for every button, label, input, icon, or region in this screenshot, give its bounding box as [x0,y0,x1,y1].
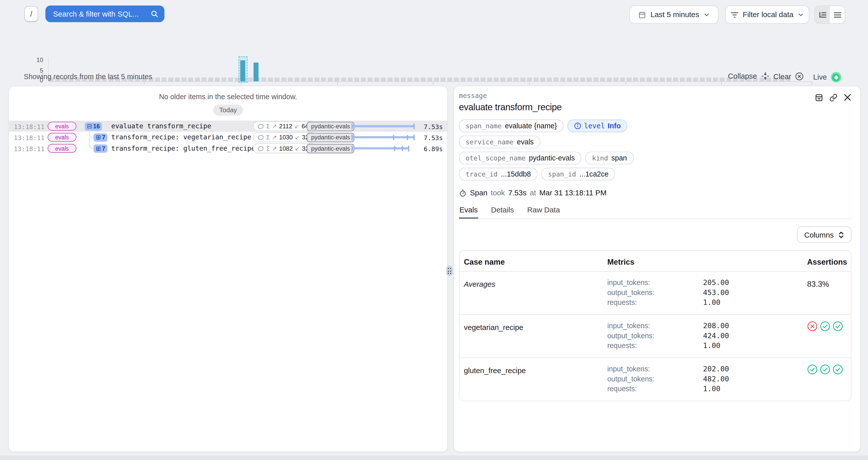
span-detail-title: evaluate transform_recipe [459,102,851,112]
evals-table-header: Case name Metrics Assertions [459,251,851,271]
coin-icon [257,123,264,129]
input-tokens: 1082 [279,145,293,152]
assertion-result-icons [807,321,843,351]
child-count: 16 [93,123,100,129]
empty-buckets-strip [49,77,790,81]
otel-scope-tag: pydantic-evals [307,144,354,153]
output-arrow-icon: ↙ [294,123,299,129]
list-view-button[interactable] [830,6,845,23]
calendar-icon [639,11,646,19]
search-placeholder: Search & filter with SQL... [53,10,139,18]
stopwatch-icon [459,189,467,197]
clear-button[interactable]: Clear [773,72,804,81]
duration-text: 7.53s [413,134,443,141]
detail-actions [815,93,851,102]
duration-bar-region [352,132,414,143]
y-tick-5: 5 [27,68,43,73]
row-timestamp: 13:18:11 [14,145,44,153]
filter-local-data-button[interactable]: Filter local data [725,5,809,24]
span-attributes: span_name evaluate {name} level Info ser… [459,120,651,180]
attr-span-id[interactable]: span_id ...1ca2ce [541,168,615,180]
evals-tag-badge: evals [48,144,76,153]
trace-row-root[interactable]: 13:18:11 evals ⊟ 16 evaluate transform_r… [9,121,447,132]
assertions-percentage: 83.3% [807,278,842,307]
case-name: vegetarian_recipe [464,321,607,351]
x-axis-line [48,81,812,82]
trace-row-child[interactable]: 13:18:11 evals ⊞ 7 transform_recipe: glu… [9,143,447,154]
columns-button[interactable]: Columns [797,226,851,243]
close-icon[interactable] [844,93,851,102]
attr-level[interactable]: level Info [567,120,627,132]
list-view-icon [833,11,841,18]
trace-row-child[interactable]: 13:18:11 evals ⊞ 7 transform_recipe: veg… [9,132,447,143]
filter-label: Filter local data [743,10,794,19]
expand-box-icon: ⊞ [96,145,101,152]
tree-view-button[interactable] [815,6,830,23]
evals-table: Case name Metrics Assertions Averages in… [459,250,851,401]
columns-label: Columns [804,230,834,239]
span-label: transform_recipe: vegetarian_recipe [111,133,251,141]
collapse-button[interactable]: Collapse [728,72,769,80]
timeline-histogram[interactable]: 10 5 0 Mar 31. 13:16:55 13:17:32 13:18:1… [0,27,868,69]
duration-bar [352,125,414,127]
expand-children-badge[interactable]: ⊞ 7 [93,144,107,153]
showing-records-text: Showing records from the last 5 minutes [24,72,152,81]
row-timestamp: 13:18:11 [14,134,44,142]
live-toggle[interactable]: Live [813,72,841,83]
clear-icon [795,72,804,81]
otel-scope-tag: pydantic-evals [307,133,354,142]
sigma-icon: Σ [266,145,270,152]
panel-resize-handle[interactable] [446,266,453,276]
attr-service-name: service_name evals [459,136,540,149]
detail-tabs: Evals Details Raw Data [459,206,851,219]
evals-tag-badge: evals [48,133,76,142]
view-mode-toggle [814,5,845,24]
col-metrics: Metrics [607,257,703,266]
info-icon [574,122,582,130]
input-tokens: 2112 [279,123,292,129]
eval-row-gluten-free-recipe: gluten_free_recipe input_tokens: output_… [459,358,851,401]
open-in-drawer-icon[interactable] [815,93,823,102]
tab-evals[interactable]: Evals [459,206,478,219]
row-timestamp: 13:18:11 [14,123,44,131]
search-icon [151,10,158,18]
tab-details[interactable]: Details [491,206,515,219]
output-arrow-icon: ↙ [295,134,300,140]
eval-row-vegetarian-recipe: vegetarian_recipe input_tokens: output_t… [459,315,851,358]
eval-row-averages: Averages input_tokens: output_tokens: re… [459,271,851,315]
timeline-bar-1[interactable] [240,60,245,81]
span-detail-panel: message evaluate transform_recipe span_n… [453,86,861,452]
collapse-icon [761,72,769,80]
duration-bar [352,136,414,138]
expand-children-badge[interactable]: ⊞ 7 [93,133,107,141]
clear-label: Clear [773,72,791,80]
attr-trace-id[interactable]: trace_id ...15ddb8 [459,168,537,180]
time-range-button[interactable]: Last 5 minutes [629,5,719,24]
span-duration-line: Span took 7.53s at Mar 31 13:18:11 PM [459,189,851,197]
slash-key-label: / [30,10,32,18]
timeline-bar-2[interactable] [253,63,258,81]
input-arrow-icon: ↗ [272,145,277,152]
sigma-icon: Σ [266,134,270,140]
y-tick-10: 10 [27,57,43,63]
output-arrow-icon: ↙ [295,145,300,152]
child-count: 7 [102,134,105,140]
expand-box-icon: ⊞ [96,134,101,140]
tab-raw-data[interactable]: Raw Data [527,206,561,219]
drag-dots-icon [448,268,451,274]
attr-kind: kind span [585,152,634,164]
tree-view-icon [818,11,826,18]
duration-text: 7.53s [413,123,443,130]
slash-shortcut-key: / [24,6,38,22]
sort-chevrons-icon [838,231,844,238]
copy-link-icon[interactable] [829,93,838,102]
today-pill[interactable]: Today [213,105,243,116]
input-tokens: 1030 [279,134,293,140]
pass-check-icon [807,364,818,394]
otel-scope-tag: pydantic-evals [307,122,354,131]
child-count: 7 [102,145,105,152]
case-name: gluten_free_recipe [464,364,607,394]
duration-text: 6.89s [413,144,443,153]
evals-tag-badge: evals [48,122,76,131]
search-input[interactable]: Search & filter with SQL... [45,5,164,22]
